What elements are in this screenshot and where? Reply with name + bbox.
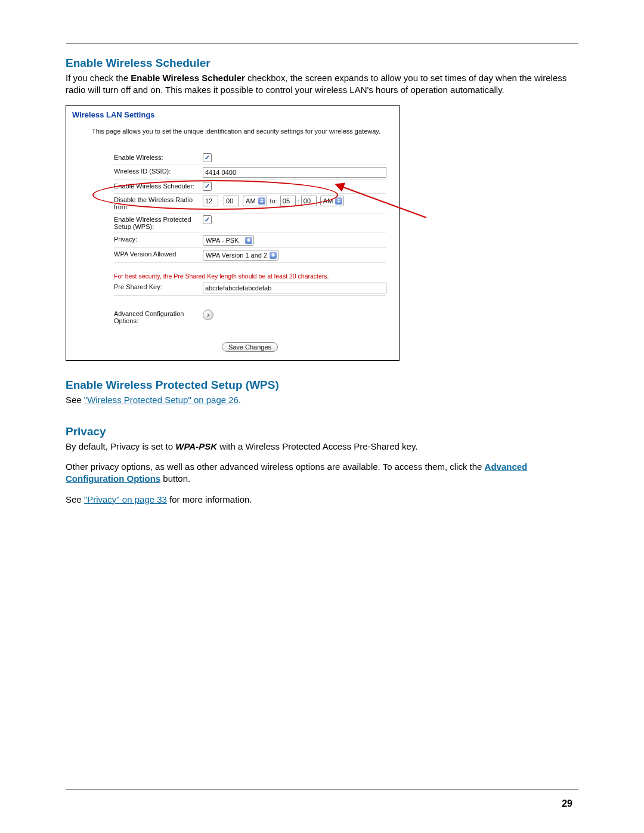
row-privacy: Privacy: WPA - PSK [114, 233, 386, 248]
text: for more information. [167, 494, 252, 504]
advanced-options-button[interactable] [203, 309, 213, 320]
page-number: 29 [562, 798, 572, 809]
link-wps-page[interactable]: "Wireless Protected Setup" on page 26 [84, 395, 239, 405]
save-changes-button[interactable]: Save Changes [222, 342, 278, 352]
input-ssid[interactable]: 4414 0400 [203, 167, 386, 178]
text: button. [160, 473, 190, 484]
row-disable-radio: Disable the Wireless Radio from: 12 : 00… [114, 194, 386, 213]
text: Other privacy options, as well as other … [66, 462, 485, 472]
row-wps: Enable Wireless Protected Setup (WPS): [114, 213, 386, 233]
panel-description: This page allows you to set the unique i… [92, 128, 393, 135]
text: If you check the [66, 73, 131, 83]
dropdown-icon [270, 252, 277, 259]
label-disable-radio: Disable the Wireless Radio from: [114, 194, 203, 212]
panel-title: Wireless LAN Settings [72, 110, 393, 119]
input-from-hour[interactable]: 12 [203, 196, 218, 206]
text: . [239, 395, 241, 405]
input-psk[interactable]: abcdefabcdefabcdefab [203, 283, 386, 293]
paragraph-wps: See "Wireless Protected Setup" on page 2… [66, 394, 578, 406]
text-to: to: [267, 197, 280, 205]
row-enable-wireless: Enable Wireless: [114, 151, 386, 165]
dropdown-icon [258, 197, 265, 205]
checkbox-wps[interactable] [203, 215, 212, 224]
paragraph-privacy-1: By default, Privacy is set to WPA-PSK wi… [66, 441, 578, 453]
heading-wps: Enable Wireless Protected Setup (WPS) [66, 379, 578, 392]
input-to-min[interactable]: 00 [301, 196, 317, 206]
paragraph-scheduler: If you check the Enable Wireless Schedul… [66, 72, 578, 97]
paragraph-privacy-2: Other privacy options, as well as other … [66, 461, 578, 485]
top-rule [66, 43, 578, 44]
row-advanced: Advanced Configuration Options: [114, 308, 386, 327]
link-privacy-page[interactable]: "Privacy" on page 33 [84, 494, 167, 504]
select-wpa-version[interactable]: WPA Version 1 and 2 [203, 250, 278, 261]
checkbox-enable-scheduler[interactable] [203, 182, 212, 191]
bold-italic-text: WPA-PSK [175, 441, 217, 451]
label-enable-wireless: Enable Wireless: [114, 152, 203, 163]
bottom-rule [66, 789, 578, 790]
row-wpa-version: WPA Version Allowed WPA Version 1 and 2 [114, 248, 386, 263]
checkbox-enable-wireless[interactable] [203, 153, 212, 162]
label-ssid: Wireless ID (SSID): [114, 166, 203, 176]
label-psk: Pre Shared Key: [114, 281, 203, 292]
label-wpa-version: WPA Version Allowed [114, 249, 203, 259]
label-advanced: Advanced Configuration Options: [114, 308, 203, 326]
dropdown-icon [335, 197, 342, 205]
security-note: For best security, the Pre Shared Key le… [114, 272, 386, 280]
settings-form: Enable Wireless: Wireless ID (SSID): 441… [114, 151, 386, 352]
select-privacy[interactable]: WPA - PSK [203, 235, 254, 246]
text: : [296, 197, 301, 205]
row-ssid: Wireless ID (SSID): 4414 0400 [114, 165, 386, 180]
settings-panel: Wireless LAN Settings This page allows y… [66, 105, 400, 361]
text: with a Wireless Protected Access Pre-Sha… [217, 441, 418, 451]
row-psk: Pre Shared Key: abcdefabcdefabcdefab [114, 281, 386, 296]
text: : [218, 197, 224, 205]
heading-scheduler: Enable Wireless Scheduler [66, 57, 578, 70]
label-enable-scheduler: Enable Wireless Scheduler: [114, 181, 203, 191]
text: By default, Privacy is set to [66, 441, 175, 451]
text: See [66, 494, 84, 504]
select-from-ampm[interactable]: AM [243, 196, 267, 206]
text: See [66, 395, 84, 405]
input-from-min[interactable]: 00 [224, 196, 239, 206]
row-enable-scheduler: Enable Wireless Scheduler: [114, 180, 386, 194]
bold-text: Enable Wireless Scheduler [131, 73, 245, 83]
dropdown-icon [245, 237, 252, 244]
select-to-ampm[interactable]: AM [320, 196, 345, 206]
heading-privacy: Privacy [66, 425, 578, 438]
label-privacy: Privacy: [114, 234, 203, 244]
paragraph-privacy-3: See "Privacy" on page 33 for more inform… [66, 494, 578, 506]
input-to-hour[interactable]: 05 [280, 196, 296, 206]
label-wps: Enable Wireless Protected Setup (WPS): [114, 214, 203, 232]
